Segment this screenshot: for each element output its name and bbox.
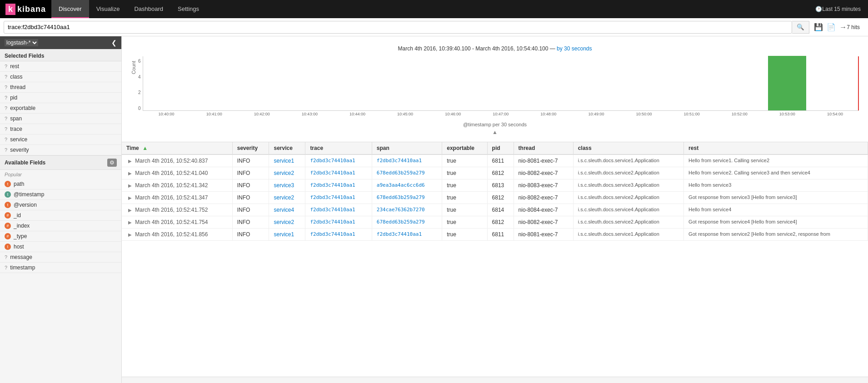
th-rest[interactable]: rest (684, 142, 868, 154)
th-pid[interactable]: pid (487, 142, 514, 154)
td-exportable: true (442, 167, 487, 179)
td-severity: INFO (232, 204, 269, 216)
th-time[interactable]: Time ▲ (122, 142, 232, 154)
th-trace[interactable]: trace (305, 142, 372, 154)
td-class: i.s.c.sleuth.docs.service2.Application (573, 167, 683, 179)
td-span: 234cae76362b7270 (372, 204, 442, 216)
td-thread: nio-8082-exec-7 (514, 192, 573, 204)
td-span: f2dbd3c74410aa1 (372, 229, 442, 241)
logo-k: k (5, 4, 15, 15)
td-time: ▶ March 4th 2016, 10:52:41.342 (122, 179, 232, 192)
field-severity[interactable]: ? severity (0, 145, 121, 155)
expand-row-button[interactable]: ▶ (126, 159, 134, 164)
sidebar-collapse-button[interactable]: ❮ (111, 39, 117, 46)
nav-settings[interactable]: Settings (170, 0, 206, 18)
field-trace[interactable]: ? trace (0, 124, 121, 134)
field-index-label: _index (14, 223, 30, 229)
load-search-button[interactable]: 📄 (827, 23, 836, 31)
expand-row-button[interactable]: ▶ (126, 208, 134, 213)
nav-discover[interactable]: Discover (51, 0, 89, 18)
field-service[interactable]: ? service (0, 134, 121, 145)
table-body: ▶ March 4th 2016, 10:52:40.837INFOservic… (122, 154, 868, 241)
field-timestamp-at[interactable]: t @timestamp (0, 189, 121, 200)
chart-x-label: 10:54:00 (811, 112, 859, 116)
td-rest: Got response from service2 [Hello from s… (684, 229, 868, 241)
field-pid[interactable]: ? pid (0, 93, 121, 103)
td-trace: f2dbd3c74410aa1 (305, 154, 372, 167)
th-span[interactable]: span (372, 142, 442, 154)
td-pid: 6812 (487, 167, 514, 179)
td-rest: Hello from service4 (684, 204, 868, 216)
td-trace: f2dbd3c74410aa1 (305, 216, 372, 229)
table-row: ▶ March 4th 2016, 10:52:41.342INFOservic… (122, 179, 868, 192)
field-rest[interactable]: ? rest (0, 61, 121, 72)
field-index[interactable]: # _index (0, 221, 121, 231)
index-selector[interactable]: logstash-* (5, 39, 38, 46)
expand-row-button[interactable]: ▶ (126, 171, 134, 176)
chart-collapse-button[interactable]: ▲ (131, 127, 859, 137)
field-message[interactable]: ? message (0, 252, 121, 263)
td-class: i.s.c.sleuth.docs.service4.Application (573, 204, 683, 216)
field-version-at[interactable]: t @version (0, 200, 121, 210)
chart-x-label: 10:53:00 (763, 112, 811, 116)
field-question-icon: ? (5, 254, 7, 260)
nav-dashboard[interactable]: Dashboard (127, 0, 170, 18)
chart-interval-link[interactable]: by 30 seconds (557, 45, 592, 52)
bottom-scroll[interactable] (122, 377, 868, 383)
field-type-icon: # (5, 212, 11, 219)
expand-row-button[interactable]: ▶ (126, 183, 134, 188)
td-severity: INFO (232, 179, 269, 192)
search-input[interactable] (4, 21, 792, 34)
field-host[interactable]: t host (0, 242, 121, 252)
nav-time-picker[interactable]: 🕑 Last 15 minutes (815, 6, 868, 12)
field-type[interactable]: # _type (0, 231, 121, 242)
share-search-button[interactable]: → (839, 23, 847, 31)
field-timestamp[interactable]: ? timestamp (0, 263, 121, 273)
nav-visualize[interactable]: Visualize (89, 0, 127, 18)
td-service: service2 (269, 216, 305, 229)
chart-area: March 4th 2016, 10:39:40.100 - March 4th… (122, 36, 868, 142)
field-type-icon: t (5, 244, 11, 250)
td-rest: Hello from service1. Calling service2 (684, 154, 868, 167)
field-span[interactable]: ? span (0, 114, 121, 124)
chart-bar-col (143, 56, 191, 110)
th-severity[interactable]: severity (232, 142, 269, 154)
content-area: March 4th 2016, 10:39:40.100 - March 4th… (122, 36, 868, 383)
table-header-row: Time ▲ severity service trace span expor… (122, 142, 868, 154)
chart-x-label: 10:44:00 (334, 112, 381, 116)
field-thread[interactable]: ? thread (0, 82, 121, 93)
field-question-icon: ? (5, 147, 7, 153)
td-span: 678edd63b259a279 (372, 216, 442, 229)
chart-x-label: 10:47:00 (477, 112, 524, 116)
td-pid: 6814 (487, 204, 514, 216)
th-thread[interactable]: thread (514, 142, 573, 154)
th-class[interactable]: class (573, 142, 683, 154)
chart-bar-col (573, 56, 620, 110)
available-fields-gear-button[interactable]: ⚙ (107, 159, 117, 167)
field-id[interactable]: # _id (0, 210, 121, 221)
th-service[interactable]: service (269, 142, 305, 154)
td-pid: 6811 (487, 229, 514, 241)
td-severity: INFO (232, 216, 269, 229)
field-question-icon: ? (5, 85, 7, 90)
expand-row-button[interactable]: ▶ (126, 232, 134, 237)
chart-bar-col (382, 56, 429, 110)
chart-bar-col (191, 56, 239, 110)
field-type-icon: # (5, 233, 11, 239)
save-search-button[interactable]: 💾 (814, 23, 823, 31)
field-question-icon: ? (5, 105, 7, 111)
th-exportable[interactable]: exportable (442, 142, 487, 154)
expand-row-button[interactable]: ▶ (126, 195, 134, 200)
search-button[interactable]: 🔍 (792, 21, 809, 34)
field-class[interactable]: ? class (0, 72, 121, 82)
td-rest: Hello from service3 (684, 179, 868, 192)
expand-row-button[interactable]: ▶ (126, 220, 134, 225)
field-exportable[interactable]: ? exportable (0, 103, 121, 114)
td-service: service1 (269, 229, 305, 241)
table-row: ▶ March 4th 2016, 10:52:41.040INFOservic… (122, 167, 868, 179)
sidebar-header: logstash-* ❮ (0, 36, 121, 49)
hits-count: 7 hits (847, 24, 864, 30)
field-path[interactable]: t path (0, 179, 121, 189)
chart-x-label: 10:46:00 (429, 112, 477, 116)
field-id-label: _id (14, 212, 21, 219)
